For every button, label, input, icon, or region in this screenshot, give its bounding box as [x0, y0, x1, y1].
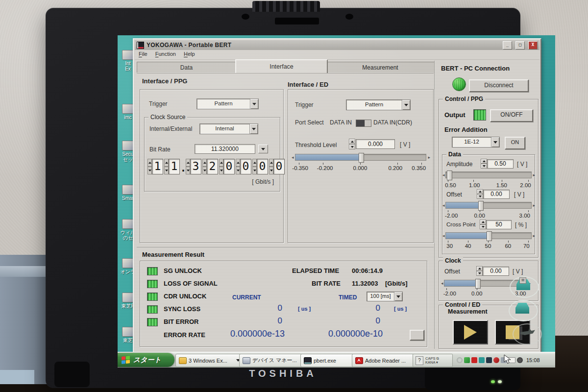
amplitude-field[interactable]: 0.50	[487, 159, 514, 169]
sync-loss-led	[147, 305, 158, 314]
digit-cell[interactable]: 0	[252, 159, 268, 174]
maximize-button[interactable]: □	[515, 41, 525, 49]
desktop-icon-projector-2[interactable]	[509, 300, 538, 321]
tray-icon-update[interactable]	[457, 357, 463, 363]
digit-spinner[interactable]	[269, 159, 273, 174]
bit-rate-field[interactable]: 11.320000	[195, 144, 255, 154]
timed-sync-loss-value: 0	[331, 303, 380, 313]
title-bar[interactable]: YOKOGAWA - Portable BERT _ □ X	[135, 40, 539, 50]
timed-interval-combo[interactable]: 100 [ms]	[367, 292, 403, 301]
dropdown-arrow-icon[interactable]	[402, 100, 410, 110]
close-badge-icon[interactable]: ⊠	[519, 277, 526, 284]
bit-rate-result-unit: [Gbit/s]	[385, 280, 408, 287]
device-manager-icon	[243, 357, 250, 364]
cross-point-slider[interactable]: ◂▸	[445, 232, 532, 239]
language-bar[interactable]: ? CAPS ⧉ KANA ▾	[413, 354, 453, 367]
digit-spinner[interactable]	[202, 159, 207, 174]
tab-measurement[interactable]: Measurement	[326, 62, 435, 73]
start-button[interactable]: スタート	[118, 353, 174, 367]
menu-help[interactable]: Help	[184, 51, 195, 59]
slider-thumb[interactable]	[475, 279, 481, 289]
screen: Int Ex imc Secu セッ Smar ウィル のセ オンラ	[118, 35, 555, 368]
taskbar-button-device-manager[interactable]: デバイス マネー...	[239, 354, 305, 367]
internal-external-combo[interactable]: Internal	[199, 123, 258, 134]
digit-spinner[interactable]	[252, 159, 257, 174]
dropdown-arrow-icon[interactable]	[394, 292, 402, 301]
tray-icon-display[interactable]	[486, 357, 492, 363]
tray-icon-clock-app[interactable]	[517, 357, 523, 363]
machine-left-top	[0, 266, 49, 277]
offset-field[interactable]: 0.00	[483, 190, 510, 199]
ppg-trigger-combo[interactable]: Pattern	[196, 98, 259, 109]
digit-cell[interactable]: 0	[269, 159, 285, 174]
tray-icon-network[interactable]	[464, 357, 470, 363]
slider-thumb[interactable]	[478, 201, 484, 211]
clock-offset-label: Offset	[444, 268, 460, 275]
tab-interface[interactable]: Interface	[235, 59, 328, 73]
ed-trigger-combo[interactable]: Pattern	[346, 99, 411, 110]
slider-left-arrow[interactable]: ◂	[292, 155, 294, 159]
loss-of-signal-led	[147, 280, 158, 288]
sg-unlock-led	[147, 267, 158, 275]
digit-spinner[interactable]	[236, 159, 240, 174]
ppg-heading: Interface / PPG	[142, 77, 187, 85]
digit-spinner[interactable]	[164, 159, 169, 174]
power-led	[491, 380, 495, 383]
tray-icon-ati[interactable]	[471, 357, 477, 363]
digit-cell[interactable]: 0	[219, 159, 235, 174]
cross-point-spinner[interactable]	[480, 220, 486, 229]
offset-slider[interactable]: ◂▸	[445, 202, 532, 209]
error-addition-on-button[interactable]: ON	[505, 137, 525, 149]
threshold-slider[interactable]: ◂ ▸	[295, 154, 426, 161]
measurement-start-button[interactable]	[453, 320, 488, 344]
ime-help-button[interactable]: ?	[416, 356, 423, 365]
tray-icon-ten[interactable]	[479, 357, 485, 363]
disconnect-button[interactable]: Disconnect	[469, 79, 529, 92]
cross-point-field[interactable]: 50	[486, 220, 512, 229]
taskbar-button-explorer[interactable]: 3 Windows Ex...	[175, 354, 244, 367]
menu-file[interactable]: File	[139, 51, 147, 59]
dropdown-arrow-icon[interactable]	[491, 137, 499, 147]
error-addition-combo[interactable]: 1E-12	[452, 137, 500, 147]
gbit-unit-label: [ Gbit/s ]	[252, 178, 274, 185]
clock-offset-spinner[interactable]	[476, 266, 483, 276]
slider-thumb[interactable]	[359, 153, 364, 163]
amplitude-spinner[interactable]	[481, 159, 487, 169]
taskbar-button-pbert[interactable]: pbert.exe	[300, 354, 356, 367]
port-data-in-cdr-label: DATA IN(CDR)	[373, 119, 412, 126]
threshold-spinner[interactable]	[349, 139, 355, 149]
digit-spinner[interactable]	[147, 159, 152, 174]
slider-thumb[interactable]	[447, 171, 452, 180]
digit-cell[interactable]: 1	[164, 159, 180, 174]
port-select-toggle[interactable]	[356, 120, 371, 127]
digit-cell[interactable]: 0	[236, 159, 251, 174]
clock-offset-field[interactable]: 0.00	[483, 267, 509, 276]
dropdown-arrow-icon[interactable]	[249, 124, 258, 134]
digit-spinner[interactable]	[219, 159, 223, 174]
taskbar-button-label: 3 Windows Ex...	[189, 358, 227, 364]
amplitude-slider[interactable]: ◂▸	[445, 172, 532, 178]
timed-column-label: TIMED	[339, 294, 357, 301]
digit-spinner[interactable]	[186, 159, 190, 174]
minimize-button[interactable]: _	[503, 41, 512, 49]
desktop-icon-hand[interactable]	[513, 323, 542, 345]
offset-spinner[interactable]	[477, 189, 483, 199]
close-button[interactable]: X	[528, 41, 538, 49]
taskbar-button-adobe[interactable]: Adobe Reader ...	[352, 354, 416, 367]
threshold-field[interactable]: 0.000	[356, 139, 395, 149]
menu-function[interactable]: Function	[155, 51, 176, 59]
digit-cell[interactable]: 3	[186, 159, 201, 174]
dropdown-arrow-icon[interactable]	[250, 99, 258, 109]
slider-thumb[interactable]	[487, 231, 492, 241]
digit-cell[interactable]: 2	[202, 159, 218, 174]
slider-right-arrow[interactable]: ▸	[428, 155, 430, 159]
digit-value: 1	[152, 159, 163, 174]
taskbar-clock: 15:08	[526, 357, 540, 363]
tray-icon-antivirus[interactable]	[493, 357, 499, 363]
digit-cell[interactable]: 1	[147, 159, 163, 174]
bit-rate-dropdown-button[interactable]	[258, 145, 268, 153]
current-bit-error-value: 0	[233, 316, 282, 326]
result-expand-button[interactable]	[410, 330, 424, 341]
tab-data[interactable]: Data	[137, 62, 236, 73]
output-onoff-button[interactable]: ON/OFF	[490, 109, 533, 122]
